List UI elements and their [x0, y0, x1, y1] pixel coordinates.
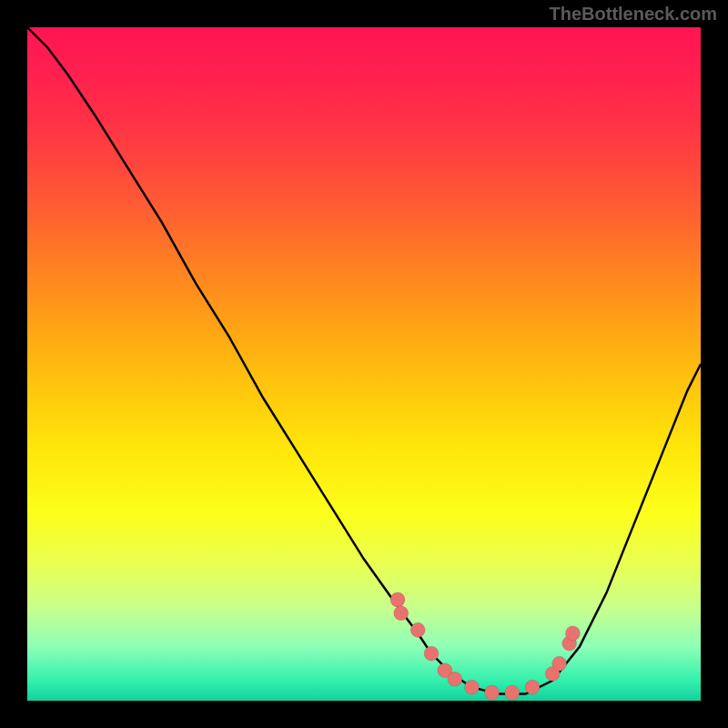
data-point	[410, 622, 425, 637]
data-point	[552, 656, 567, 671]
chart-svg	[27, 27, 701, 701]
data-point	[505, 685, 520, 700]
data-point	[464, 680, 479, 694]
chart-frame: TheBottleneck.com	[0, 0, 728, 728]
plot-area	[27, 27, 701, 701]
data-point	[424, 646, 439, 661]
data-point	[525, 680, 540, 694]
main-curve	[27, 27, 701, 694]
data-point	[394, 606, 409, 621]
data-point	[390, 592, 405, 607]
data-point	[565, 626, 580, 641]
watermark-text: TheBottleneck.com	[550, 4, 717, 25]
dots-group	[390, 592, 580, 700]
data-point	[485, 685, 500, 700]
data-point	[448, 672, 462, 686]
